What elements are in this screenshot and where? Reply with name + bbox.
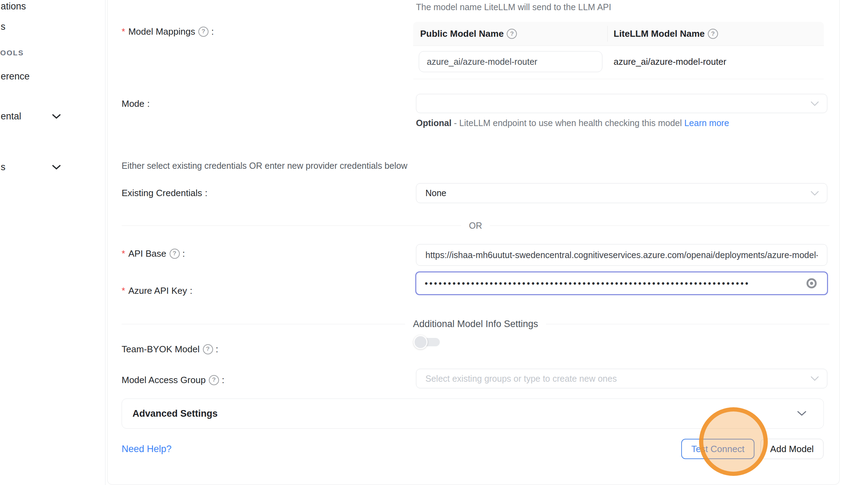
model-mappings-label: * Model Mappings ? : — [122, 26, 214, 37]
chevron-down-icon — [810, 190, 819, 196]
additional-settings-divider: Additional Model Info Settings — [122, 319, 829, 330]
help-circle-icon[interactable]: ? — [203, 344, 213, 354]
model-mappings-table: Public Model Name ? LiteLLM Model Name ?… — [413, 22, 824, 79]
api-base-input[interactable]: https://ishaa-mh6uutut-swedencentral.cog… — [416, 244, 827, 266]
model-access-group-label: Model Access Group ? : — [122, 374, 224, 386]
credentials-note: Either select existing credentials OR en… — [122, 160, 408, 172]
model-access-group-select[interactable]: Select existing groups or type to create… — [416, 369, 827, 388]
required-asterisk: * — [122, 248, 125, 259]
need-help-link[interactable]: Need Help? — [122, 443, 172, 455]
toggle-knob — [414, 335, 428, 349]
add-model-form-card: The model name LiteLLM will send to the … — [107, 0, 840, 485]
advanced-settings-title: Advanced Settings — [132, 399, 218, 428]
sidebar-item-label: erence — [1, 70, 30, 83]
help-circle-icon[interactable]: ? — [507, 29, 517, 39]
click-highlight-circle — [699, 407, 768, 476]
existing-credentials-select[interactable]: None — [416, 183, 827, 203]
help-circle-icon[interactable]: ? — [198, 27, 209, 37]
sidebar: ations s TOOLS erence ental s — [0, 0, 105, 485]
sidebar-item-organizations[interactable]: ations — [1, 0, 26, 13]
learn-more-link[interactable]: Learn more — [684, 118, 729, 128]
column-header-litellm-model-name: LiteLLM Model Name ? — [614, 22, 718, 46]
column-header-public-model-name: Public Model Name ? — [420, 22, 517, 46]
chevron-down-icon[interactable] — [797, 411, 807, 417]
team-byok-label: Team-BYOK Model ? : — [122, 343, 218, 355]
litellm-add-model-page: { "sidebar": { "section_label": "TOOLS",… — [0, 0, 868, 485]
sidebar-section-tools: TOOLS — [0, 48, 24, 58]
eye-toggle-icon[interactable] — [805, 277, 818, 290]
help-circle-icon[interactable]: ? — [170, 249, 180, 259]
team-byok-toggle[interactable] — [415, 338, 440, 346]
chevron-down-icon — [810, 376, 819, 381]
sidebar-item-experimental[interactable]: ental — [1, 110, 21, 123]
sidebar-item-label: ental — [1, 110, 21, 123]
mode-select[interactable] — [416, 94, 827, 113]
existing-credentials-label: Existing Credentials: — [122, 187, 207, 199]
required-asterisk: * — [122, 26, 125, 37]
model-name-helper-text: The model name LiteLLM will send to the … — [416, 1, 611, 13]
help-circle-icon[interactable]: ? — [708, 29, 718, 39]
sidebar-item-label: s — [1, 20, 6, 33]
public-model-name-input[interactable]: azure_ai/azure-model-router — [419, 51, 602, 72]
sidebar-item-1[interactable]: s — [1, 20, 6, 33]
sidebar-item-label: ations — [1, 0, 26, 13]
sidebar-item-label: s — [1, 161, 6, 173]
masked-password-value: ••••••••••••••••••••••••••••••••••••••••… — [425, 280, 789, 287]
add-model-button[interactable]: Add Model — [760, 439, 823, 459]
mode-helper-text: Optional - LiteLLM endpoint to use when … — [416, 116, 731, 130]
sidebar-item-settings[interactable]: s — [1, 161, 6, 173]
chevron-down-icon[interactable] — [52, 114, 61, 119]
azure-api-key-label: * Azure API Key : — [122, 285, 192, 297]
sidebar-item-reference[interactable]: erence — [1, 70, 30, 83]
required-asterisk: * — [122, 285, 125, 297]
or-divider: OR — [122, 221, 829, 231]
help-circle-icon[interactable]: ? — [209, 375, 219, 385]
litellm-model-name-value: azure_ai/azure-model-router — [614, 51, 726, 72]
azure-api-key-input[interactable]: ••••••••••••••••••••••••••••••••••••••••… — [415, 271, 828, 295]
api-base-label: * API Base ? : — [122, 248, 185, 259]
mode-label: Mode: — [122, 98, 150, 110]
column-separator — [607, 26, 608, 42]
chevron-down-icon — [810, 101, 819, 106]
chevron-down-icon[interactable] — [52, 165, 61, 170]
